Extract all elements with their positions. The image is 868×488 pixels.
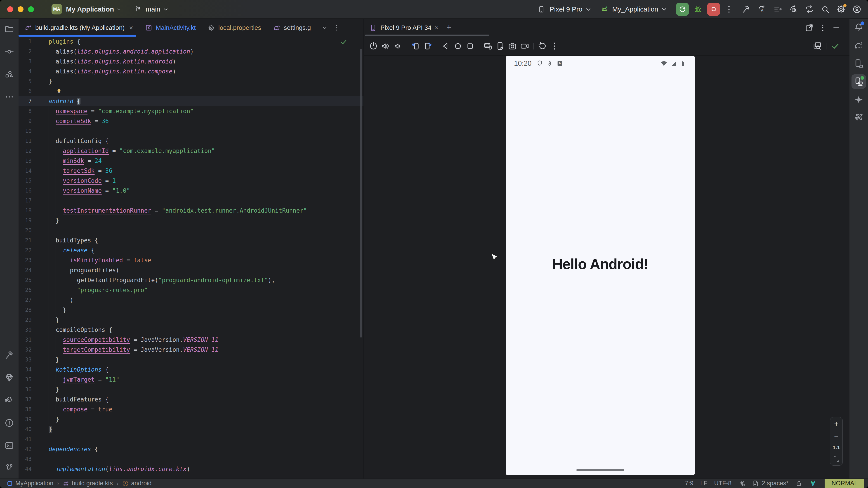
settings-button[interactable] bbox=[836, 4, 846, 14]
code-line-35[interactable]: 35 jvmTarget = "11" bbox=[19, 375, 364, 385]
device-tab-scrollbar[interactable] bbox=[365, 35, 489, 36]
device-nav-back-button[interactable] bbox=[441, 41, 451, 51]
run-configuration-selector[interactable]: My_Application bbox=[600, 5, 668, 13]
editor-tab-3[interactable]: local.properties bbox=[202, 19, 267, 37]
file-encoding[interactable]: UTF-8 bbox=[714, 480, 732, 487]
sync-loop-button[interactable] bbox=[805, 4, 814, 14]
code-line-44[interactable]: 44 implementation(libs.androidx.core.ktx… bbox=[19, 464, 364, 474]
code-line-3[interactable]: 3 alias(libs.plugins.kotlin.android) bbox=[19, 57, 364, 66]
ideavim-icon[interactable] bbox=[809, 480, 816, 487]
code-line-32[interactable]: 32 targetCompatibility = JavaVersion.VER… bbox=[19, 345, 364, 355]
code-line-12[interactable]: 12 applicationId = "com.example.myapplic… bbox=[19, 146, 364, 156]
code-line-6[interactable]: 6 bbox=[19, 86, 364, 96]
search-button[interactable] bbox=[820, 4, 830, 14]
code-line-23[interactable]: 23 isMinifyEnabled = false bbox=[19, 255, 364, 265]
device-screenshot-button[interactable] bbox=[507, 41, 518, 51]
device-tab-pixel-9-pro[interactable]: Pixel 9 Pro API 34 × bbox=[364, 24, 438, 32]
emulator-screen[interactable]: 10:20 A Hello Android! bbox=[506, 56, 694, 475]
code-line-36[interactable]: 36 } bbox=[19, 385, 364, 394]
intention-bulb-icon[interactable] bbox=[56, 88, 62, 94]
attach-debugger-button[interactable] bbox=[789, 4, 798, 14]
hidden-tabs-button[interactable] bbox=[321, 24, 329, 32]
tool-window-button-whats-new[interactable] bbox=[851, 110, 866, 125]
editor-tab-2[interactable]: MainActivity.kt bbox=[139, 19, 202, 37]
code-line-38[interactable]: 38 compose = true bbox=[19, 404, 364, 414]
editor-scrollbar[interactable] bbox=[360, 49, 362, 337]
code-line-15[interactable]: 15 versionCode = 1 bbox=[19, 176, 364, 186]
tool-window-button-commit[interactable] bbox=[2, 44, 17, 59]
code-line-20[interactable]: 20 bbox=[19, 225, 364, 235]
device-kebab-button[interactable] bbox=[550, 41, 560, 51]
fit-screen-button[interactable] bbox=[833, 455, 840, 463]
code-line-22[interactable]: 22 release { bbox=[19, 246, 364, 255]
device-nav-home-button[interactable] bbox=[453, 41, 463, 51]
code-line-13[interactable]: 13 minSdk = 24 bbox=[19, 156, 364, 166]
code-line-43[interactable]: 43 bbox=[19, 454, 364, 464]
code-line-2[interactable]: 2 alias(libs.plugins.android.application… bbox=[19, 46, 364, 57]
code-line-34[interactable]: 34 kotlinOptions { bbox=[19, 365, 364, 375]
tool-window-button-build-hammer[interactable] bbox=[2, 348, 17, 362]
profiler-button[interactable] bbox=[773, 4, 782, 14]
hide-panel-button[interactable] bbox=[832, 23, 841, 32]
line-separator[interactable]: LF bbox=[700, 480, 708, 487]
build-hammer-button[interactable] bbox=[741, 4, 751, 14]
code-line-30[interactable]: 30 compileOptions { bbox=[19, 325, 364, 335]
breadcrumb-item[interactable]: MyApplication bbox=[6, 480, 53, 487]
minimize-window-button[interactable] bbox=[18, 6, 24, 12]
tab-options-button[interactable] bbox=[333, 24, 340, 32]
code-line-9[interactable]: 9 compileSdk = 36 bbox=[19, 116, 364, 126]
device-restart-button[interactable] bbox=[537, 41, 548, 51]
debug-button[interactable] bbox=[693, 4, 703, 14]
tool-window-button-terminal[interactable] bbox=[2, 438, 17, 453]
device-selector[interactable]: Pixel 9 Pro bbox=[537, 5, 592, 13]
inspections-ok-icon[interactable] bbox=[340, 38, 348, 46]
sync-alpha-button[interactable]: A bbox=[757, 4, 767, 14]
code-line-8[interactable]: 8 namespace = "com.example.myapplication… bbox=[19, 106, 364, 116]
rerun-button[interactable] bbox=[676, 3, 689, 16]
code-line-16[interactable]: 16 versionName = "1.0" bbox=[19, 186, 364, 196]
zoom-window-button[interactable] bbox=[28, 6, 34, 12]
tool-window-button-logcat-cat[interactable] bbox=[2, 393, 17, 408]
close-window-button[interactable] bbox=[7, 6, 13, 12]
code-line-29[interactable]: 29 } bbox=[19, 315, 364, 325]
device-rotate-left-button[interactable] bbox=[411, 41, 421, 51]
code-line-17[interactable]: 17 bbox=[19, 196, 364, 205]
editor-tab-4[interactable]: settings.g bbox=[267, 19, 317, 37]
zoom-in-button[interactable]: + bbox=[834, 420, 839, 427]
tool-window-button-project-folder[interactable] bbox=[2, 22, 17, 36]
device-screen-record-button[interactable] bbox=[520, 41, 530, 51]
device-volume-down-button[interactable] bbox=[393, 41, 403, 51]
editor-tab-1[interactable]: build.gradle.kts (My Application)× bbox=[19, 19, 139, 37]
code-line-28[interactable]: 28 } bbox=[19, 305, 364, 315]
code-line-26[interactable]: 26 "proguard-rules.pro" bbox=[19, 285, 364, 295]
code-line-1[interactable]: 1plugins { bbox=[19, 37, 364, 46]
code-line-42[interactable]: 42dependencies { bbox=[19, 444, 364, 454]
add-device-tab-button[interactable]: + bbox=[445, 24, 453, 32]
code-line-11[interactable]: 11 defaultConfig { bbox=[19, 136, 364, 146]
close-device-tab-button[interactable]: × bbox=[435, 24, 439, 32]
tool-window-button-gradle[interactable] bbox=[851, 38, 866, 53]
avatar-button[interactable] bbox=[852, 4, 862, 14]
project-selector[interactable]: My Application bbox=[66, 5, 114, 13]
code-line-5[interactable]: 5} bbox=[19, 76, 364, 86]
caret-position[interactable]: 7:9 bbox=[685, 480, 693, 487]
breadcrumb-item[interactable]: build.gradle.kts bbox=[63, 480, 113, 487]
tool-window-button-more-horizontal[interactable] bbox=[2, 90, 17, 104]
device-volume-up-button[interactable] bbox=[381, 41, 391, 51]
tool-window-button-notifications[interactable] bbox=[851, 20, 866, 35]
code-line-21[interactable]: 21 buildTypes { bbox=[19, 235, 364, 246]
tool-window-button-device-manager[interactable] bbox=[851, 56, 866, 71]
panel-options-button[interactable] bbox=[818, 23, 827, 32]
device-power-button[interactable] bbox=[368, 41, 378, 51]
code-line-10[interactable]: 10 bbox=[19, 126, 364, 136]
code-line-41[interactable]: 41 bbox=[19, 434, 364, 444]
code-line-39[interactable]: 39 } bbox=[19, 414, 364, 424]
code-line-27[interactable]: 27 ) bbox=[19, 295, 364, 305]
tool-window-button-insights-gem[interactable] bbox=[2, 370, 17, 385]
ai-assistant-status-icon[interactable] bbox=[738, 480, 745, 487]
more-run-actions-button[interactable] bbox=[724, 4, 734, 14]
file-writable-icon[interactable] bbox=[795, 480, 802, 487]
open-in-new-window-button[interactable] bbox=[805, 23, 814, 32]
code-line-4[interactable]: 4 alias(libs.plugins.kotlin.compose) bbox=[19, 66, 364, 76]
code-line-40[interactable]: 40} bbox=[19, 424, 364, 434]
